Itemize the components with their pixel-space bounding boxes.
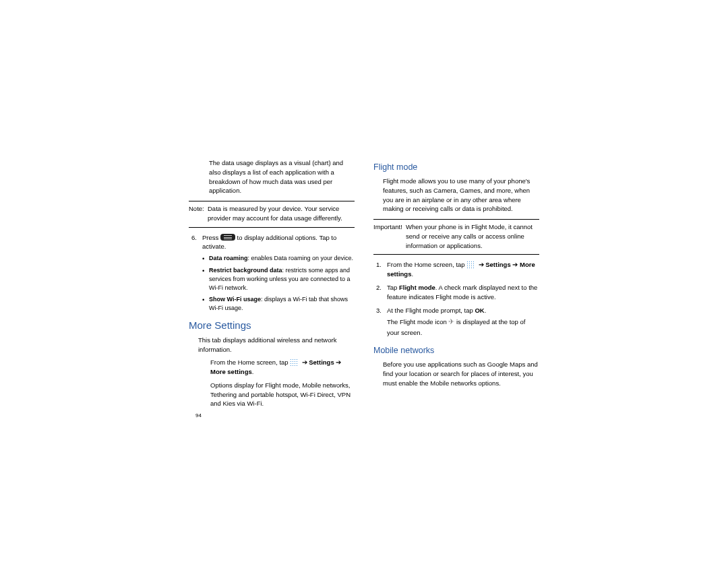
important-block: Important! When your phone is in Flight … — [373, 219, 539, 255]
nav-settings: Settings — [309, 358, 334, 366]
arrow-icon: ➔ — [512, 261, 518, 268]
right-column: Flight mode Flight mode allows you to us… — [373, 158, 539, 428]
bullet1-rest: : enables Data roaming on your device. — [248, 255, 354, 261]
bullet1-bold: Data roaming — [209, 255, 248, 261]
airplane-icon: ✈ — [448, 317, 454, 327]
bullet-restrict-bg: • Restrict background data: restricts so… — [189, 266, 355, 292]
heading-more-settings: More Settings — [189, 318, 355, 333]
apps-grid-icon — [466, 261, 475, 269]
flight-step-1: 1. From the Home screen, tap ➔ Settings … — [373, 260, 539, 279]
data-usage-intro: The data usage displays as a visual (cha… — [189, 158, 355, 195]
important-text: When your phone is in Flight Mode, it ca… — [406, 222, 539, 250]
arrow-icon: ➔ — [336, 358, 341, 366]
ok-bold: OK — [475, 307, 484, 314]
mobile-networks-intro: Before you use applications such as Goog… — [373, 360, 539, 387]
flight-intro: Flight mode allows you to use many of yo… — [373, 177, 539, 214]
bullet2-bold: Restrict background data — [209, 267, 282, 274]
apps-grid-icon — [290, 358, 298, 367]
more-settings-intro: This tab displays additional wireless an… — [189, 336, 355, 354]
nav-settings: Settings — [485, 261, 510, 268]
flight-mode-bold: Flight mode — [399, 284, 435, 291]
note-text: Data is measured by your device. Your se… — [208, 204, 355, 223]
s1-text: From the Home screen, tap — [387, 261, 465, 268]
heading-flight-mode: Flight mode — [373, 161, 539, 173]
arrow-icon: ➔ — [479, 261, 484, 268]
bullet-show-wifi: • Show Wi-Fi usage: displays a Wi-Fi tab… — [189, 295, 355, 313]
heading-mobile-networks: Mobile networks — [373, 344, 539, 356]
manual-page: The data usage displays as a visual (cha… — [189, 158, 539, 428]
flight-step-3: 3. At the Flight mode prompt, tap OK. Th… — [373, 306, 539, 338]
step-number: 3. — [373, 306, 387, 338]
from-home-step: From the Home screen, tap ➔ Settings ➔ M… — [189, 358, 355, 408]
note-label: Note: — [189, 204, 208, 223]
step6-text-a: Press — [202, 234, 218, 241]
important-label: Important! — [373, 222, 406, 250]
step-number: 2. — [373, 283, 387, 302]
bullet-data-roaming: • Data roaming: enables Data roaming on … — [189, 254, 355, 263]
flight-step-2: 2. Tap Flight mode. A check mark display… — [373, 283, 539, 302]
left-column: The data usage displays as a visual (cha… — [189, 158, 355, 428]
page-number: 94 — [195, 412, 202, 418]
bullet3-bold: Show Wi-Fi usage — [209, 296, 261, 303]
from-home-text: From the Home screen, tap — [210, 358, 289, 366]
step-6: 6. Press to display additional options. … — [189, 233, 355, 252]
arrow-icon: ➔ — [302, 358, 307, 366]
menu-button-icon — [220, 234, 235, 241]
step-number: 1. — [373, 260, 387, 279]
options-display-text: Options display for Flight mode, Mobile … — [210, 381, 351, 408]
note-block: Note: Data is measured by your device. Y… — [189, 201, 355, 228]
step-number: 6. — [189, 233, 202, 252]
nav-more-settings: More settings — [210, 368, 252, 375]
s3-line2a: The Flight mode icon — [387, 319, 447, 326]
